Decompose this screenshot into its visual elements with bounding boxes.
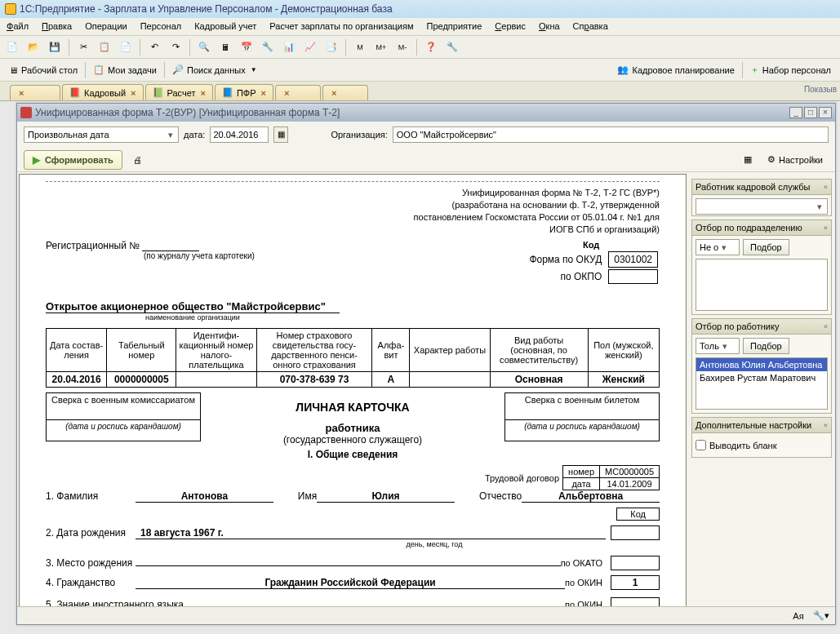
settings-button[interactable]: ⚙Настройки	[762, 151, 829, 169]
main-toolbar: 📄 📂 💾 ✂ 📋 📄 ↶ ↷ 🔍 🖩 📅 🔧 📊 📈 📑 М М+ М- ❓ …	[0, 36, 840, 59]
calendar-icon[interactable]: 📅	[238, 38, 256, 56]
org-field[interactable]: ООО "Майстройсервис"	[393, 126, 829, 143]
menu-help[interactable]: Справка	[571, 20, 610, 33]
chevron-down-icon[interactable]: ▾	[165, 130, 176, 140]
desktop-button[interactable]: 🖥Рабочий стол	[3, 61, 83, 79]
tool1-icon[interactable]: 🔧	[259, 38, 277, 56]
calendar-button[interactable]: ▦	[273, 126, 288, 143]
list-item[interactable]: Бахирев Рустам Маратович	[696, 371, 827, 384]
org-label: Организация:	[331, 130, 387, 140]
copy-icon[interactable]: 📋	[96, 38, 113, 56]
tab-1[interactable]: ×	[10, 85, 60, 100]
menu-service[interactable]: Сервис	[493, 20, 527, 33]
document-tabs: × 📕Кадровый× 📗Расчет× 📘ПФР× × × Показыв	[0, 82, 840, 101]
menu-personnel[interactable]: Персонал	[139, 20, 184, 33]
kadr-plan-button[interactable]: 👥Кадровое планирование	[611, 61, 740, 79]
main-table: Дата состав­ления Табельный номер Иденти…	[46, 328, 660, 388]
period-combo[interactable]: Произвольная дата ▾	[24, 126, 179, 143]
menu-kadr[interactable]: Кадровый учет	[193, 20, 258, 33]
paste-icon[interactable]: 📄	[117, 38, 135, 56]
chevron-down-icon: ▼	[251, 66, 257, 73]
emp-list[interactable]: Антонова Юлия Альбертовна Бахирев Рустам…	[696, 357, 828, 410]
minimize-button[interactable]: _	[789, 107, 802, 118]
shift1-icon[interactable]: М	[351, 38, 369, 56]
date-input[interactable]: 20.04.2016	[210, 126, 269, 143]
field-fio: 1. Фамилия Антонова Имя Юлия Отчество Ал…	[46, 490, 660, 503]
desktop-icon: 🖥	[9, 65, 18, 75]
tool2-icon[interactable]: 📊	[280, 38, 298, 56]
status-icon-2[interactable]: 🔧▾	[812, 607, 830, 625]
list-item[interactable]: Антонова Юлия Альбертовна	[696, 358, 827, 371]
dept-mode-combo[interactable]: Не о▾	[696, 239, 740, 255]
tool4-icon[interactable]: 📑	[322, 38, 340, 56]
blank-checkbox[interactable]: Выводить бланк	[696, 440, 828, 450]
gen-row: ▶ Сформировать 🖨 ▦ ⚙Настройки	[17, 148, 835, 172]
dept-pick-button[interactable]: Подбор	[743, 239, 789, 255]
grid-icon[interactable]: ▦	[739, 151, 757, 169]
panel-worker-header[interactable]: Работник кадровой службы«	[691, 179, 832, 195]
find-icon[interactable]: 🔍	[195, 38, 213, 56]
emp-mode-combo[interactable]: Толь▾	[696, 338, 740, 354]
menu-edit[interactable]: Правка	[40, 20, 73, 33]
people-icon: 👥	[617, 64, 629, 75]
chevron-icon: «	[824, 183, 828, 191]
close-button[interactable]: ×	[819, 107, 832, 118]
dept-list[interactable]	[696, 259, 828, 311]
panel-add-header[interactable]: Дополнительные настройки«	[691, 417, 832, 433]
nabor-button[interactable]: ＋Набор персонал	[744, 61, 837, 79]
help-icon[interactable]: ❓	[422, 38, 440, 56]
tab-kadroviy[interactable]: 📕Кадровый×	[62, 84, 144, 100]
tab-overflow[interactable]: Показыв	[804, 85, 837, 94]
emp-pick-button[interactable]: Подбор	[743, 338, 789, 354]
secondary-toolbar: 🖥Рабочий стол 📋Мои задачи 🔎Поиск данных▼…	[0, 59, 840, 82]
tab-6[interactable]: ×	[322, 85, 368, 100]
cut-icon[interactable]: ✂	[74, 38, 92, 56]
generate-button[interactable]: ▶ Сформировать	[24, 150, 122, 170]
menu-file[interactable]: Файл	[5, 20, 30, 33]
org-name: Открытое акционерное общество "Майстройс…	[46, 300, 660, 313]
status-icon-1[interactable]: Ая	[789, 607, 807, 625]
menu-windows[interactable]: Окна	[537, 20, 562, 33]
tab-raschet[interactable]: 📗Расчет×	[145, 84, 213, 100]
new-icon[interactable]: 📄	[3, 38, 21, 56]
menu-zarplata[interactable]: Расчет зарплаты по организациям	[268, 20, 415, 33]
worker-combo[interactable]: ▾	[696, 198, 828, 215]
param-row: Произвольная дата ▾ дата: 20.04.2016 ▦ О…	[17, 122, 835, 148]
field-birthdate: 2. Дата рождения 18 августа 1967 г.	[46, 527, 660, 540]
tab-pfr[interactable]: 📘ПФР×	[215, 84, 273, 100]
mytasks-button[interactable]: 📋Мои задачи	[87, 61, 162, 79]
close-icon[interactable]: ×	[261, 88, 266, 98]
side-panel: Работник кадровой службы« ▾ Отбор по под…	[688, 172, 835, 624]
trud-box: Трудовой договорномерМС0000005 дата14.01…	[480, 465, 660, 490]
undo-icon[interactable]: ↶	[145, 38, 163, 56]
save-icon[interactable]: 💾	[46, 38, 64, 56]
field-birthplace: 3. Место рождения по ОКАТО	[46, 555, 660, 570]
report-window: Унифицированная форма Т-2(ВУР) [Унифицир…	[16, 103, 836, 625]
shift2-icon[interactable]: М+	[372, 38, 390, 56]
search-button[interactable]: 🔎Поиск данных▼	[167, 61, 263, 79]
menu-ops[interactable]: Операции	[83, 20, 128, 33]
menu-enterprise[interactable]: Предприятие	[425, 20, 484, 33]
redo-icon[interactable]: ↷	[167, 38, 184, 56]
close-icon[interactable]: ×	[201, 88, 206, 98]
settings-icon[interactable]: 🔧	[443, 38, 461, 56]
open-icon[interactable]: 📂	[24, 38, 42, 56]
maximize-button[interactable]: □	[804, 107, 817, 118]
tab-5[interactable]: ×	[275, 85, 321, 100]
report-area[interactable]: Унифицированная форма № Т-2, Т-2 ГС (ВУР…	[19, 174, 687, 623]
tool3-icon[interactable]: 📈	[301, 38, 319, 56]
calc-icon[interactable]: 🖩	[216, 38, 234, 56]
print-icon[interactable]: 🖨	[129, 151, 147, 169]
close-icon[interactable]: ×	[131, 88, 136, 98]
checkbox-input[interactable]	[696, 440, 706, 450]
shift3-icon[interactable]: М-	[393, 38, 411, 56]
panel-dept-header[interactable]: Отбор по подразделению«	[691, 219, 832, 236]
panel-emp-header[interactable]: Отбор по работнику«	[691, 318, 832, 335]
doc-icon: 📘	[222, 87, 233, 98]
subwindow-titlebar: Унифицированная форма Т-2(ВУР) [Унифицир…	[17, 104, 835, 122]
report-header: Унифицированная форма № Т-2, Т-2 ГС (ВУР…	[46, 187, 660, 235]
app-titlebar: 1С:Предприятие - Зарплата и Управление П…	[0, 0, 840, 18]
statusbar: Ая 🔧▾	[17, 606, 835, 624]
plus-person-icon: ＋	[750, 64, 759, 76]
app-title: 1С:Предприятие - Зарплата и Управление П…	[20, 3, 393, 15]
